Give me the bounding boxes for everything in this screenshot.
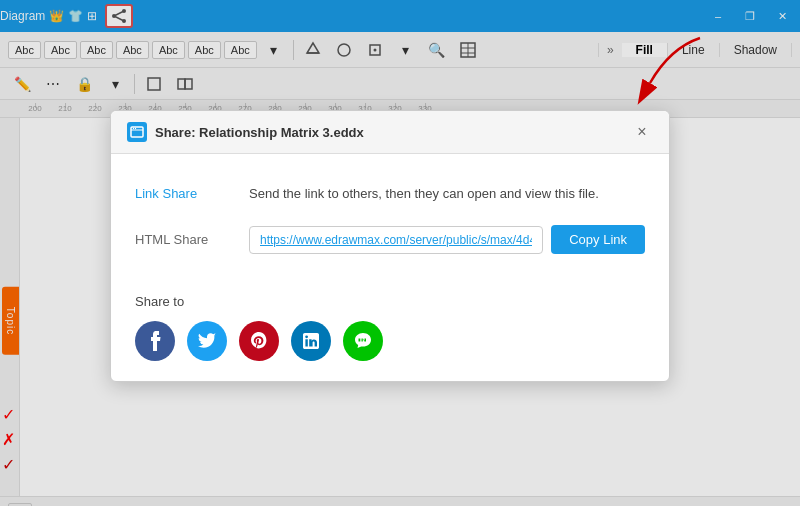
facebook-button[interactable] [135,321,175,361]
dialog-header: Share: Relationship Matrix 3.eddx × [111,111,669,154]
share-to-label: Share to [135,294,645,309]
link-share-label[interactable]: Link Share [135,186,225,201]
share-dialog: Share: Relationship Matrix 3.eddx × Link… [110,110,670,382]
line-button[interactable] [343,321,383,361]
social-icons [135,321,645,361]
share-to-section: Share to [135,282,645,361]
dialog-body: Link Share Send the link to others, then… [111,154,669,381]
twitter-button[interactable] [187,321,227,361]
html-share-row: HTML Share Copy Link [135,213,645,266]
url-row: Copy Link [249,225,645,254]
dialog-close-button[interactable]: × [631,121,653,143]
html-share-label[interactable]: HTML Share [135,232,225,247]
link-share-row: Link Share Send the link to others, then… [135,174,645,213]
dialog-title: Share: Relationship Matrix 3.eddx [127,122,364,142]
svg-point-17 [133,128,134,129]
svg-point-18 [135,128,136,129]
linkedin-button[interactable] [291,321,331,361]
pinterest-button[interactable] [239,321,279,361]
link-share-description: Send the link to others, then they can o… [249,186,599,201]
url-input[interactable] [249,226,543,254]
dialog-title-text: Share: Relationship Matrix 3.eddx [155,125,364,140]
copy-link-button[interactable]: Copy Link [551,225,645,254]
dialog-icon [127,122,147,142]
modal-overlay: Share: Relationship Matrix 3.eddx × Link… [0,0,800,506]
